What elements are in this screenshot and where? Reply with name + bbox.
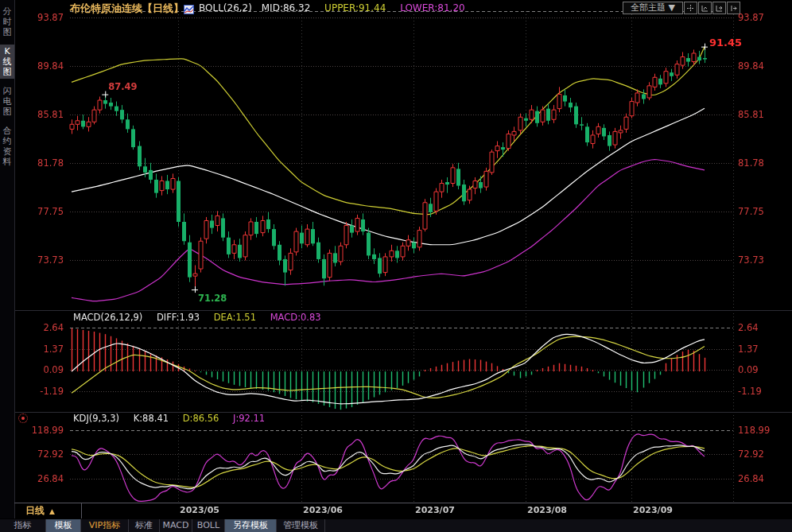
bottom-toolbar: 指标模板VIP指标标准MACDBOLL另存模板管理模板 (0, 519, 792, 532)
kdj-readout: KDJ(9,3,3) K:88.41 D:86.56 J:92.11 (73, 413, 276, 424)
kdj-j-value: J:92.11 (233, 413, 265, 424)
kline-chart-canvas[interactable] (0, 0, 792, 532)
kdj-settings-icon[interactable] (18, 414, 28, 423)
price-axis-label-right: 81.78 (738, 157, 779, 169)
boll-mid-value: MID:86.32 (262, 2, 311, 14)
price-axis-label-right: 77.75 (738, 206, 779, 217)
price-axis-label-right: 93.87 (738, 12, 779, 23)
macd-macd-value: MACD:0.83 (270, 312, 321, 323)
pane-shift-icon (730, 5, 737, 12)
boll-readout: BOLL(26,2) MID:86.32 UPPER:91.44 LOWER:8… (199, 2, 465, 14)
macd-axis-label-left: -1.19 (22, 386, 64, 397)
pane-layout-button[interactable] (698, 2, 712, 14)
price-axis-label-right: 73.73 (738, 254, 779, 266)
price-marker-high: 87.49 (108, 81, 137, 92)
kline-chart-app: 布伦特原油连续【日线】 BOLL(26,2) MID:86.32 UPPER:9… (0, 0, 792, 532)
kdj-k-value: K:88.41 (134, 413, 169, 424)
boll-param-label: BOLL(26,2) (199, 2, 252, 14)
macd-axis-label-right: 2.64 (738, 322, 779, 333)
x-axis-month-label: 2023/06 (303, 505, 343, 515)
macd-diff-value: DIFF:1.93 (157, 312, 200, 323)
price-axis-label-left: 77.75 (22, 206, 64, 217)
boll-upper-value: UPPER:91.44 (324, 2, 386, 14)
period-label: 日线 (25, 505, 45, 516)
kdj-axis-label-left: 72.92 (22, 449, 64, 460)
boll-lower-value: LOWER:81.20 (400, 2, 465, 14)
kdj-axis-label-right: 118.99 (738, 425, 779, 436)
macd-axis-label-left: 0.09 (22, 364, 64, 375)
sidebar-item-1[interactable]: 分时图 (0, 5, 14, 39)
sidebar-item-3[interactable]: 闪电图 (0, 84, 14, 118)
price-axis-label-left: 89.84 (22, 60, 64, 72)
price-marker-low: 71.28 (198, 293, 227, 304)
toolbar-tab-8[interactable]: 管理模板 (277, 519, 325, 532)
price-axis-label-right: 89.84 (738, 60, 779, 72)
toolbar-tab-3[interactable]: VIP指标 (81, 519, 129, 532)
period-arrow-icon: ▲ (49, 507, 55, 515)
kdj-axis-label-right: 72.92 (738, 449, 779, 460)
sidebar-item-4[interactable]: 合约资料 (0, 124, 14, 169)
price-axis-label-left: 93.87 (22, 12, 64, 23)
pane-layout-icon (701, 5, 709, 12)
toolbar-tab-1[interactable]: 指标 (0, 519, 46, 532)
x-axis-row: 日线▲ (14, 503, 792, 520)
macd-dea-value: DEA:1.51 (214, 312, 256, 323)
pane-expand-icon (716, 5, 723, 12)
toolbar-tab-2[interactable]: 模板 (46, 519, 81, 532)
pane-expand-button[interactable] (712, 2, 726, 14)
macd-param-label: MACD(26,12,9) (73, 312, 142, 323)
macd-axis-label-right: 0.09 (738, 364, 779, 375)
kdj-axis-label-left: 118.99 (22, 425, 64, 436)
theme-dropdown-button[interactable]: 全部主题 ▼ (623, 2, 683, 14)
kdj-d-value: D:86.56 (183, 413, 219, 424)
sidebar-item-2[interactable]: K线图 (0, 45, 14, 79)
x-axis-month-label: 2023/08 (527, 505, 567, 515)
macd-axis-label-right: -1.19 (738, 386, 779, 397)
toolbar-tab-7[interactable]: 另存模板 (225, 519, 277, 532)
mini-chart-icon (184, 2, 194, 17)
x-axis-month-label: 2023/05 (180, 505, 219, 515)
price-marker-last: 91.45 (709, 37, 742, 49)
period-selector[interactable]: 日线▲ (14, 503, 82, 518)
macd-axis-label-right: 1.37 (738, 344, 779, 355)
toolbar-tab-6[interactable]: BOLL (192, 519, 225, 532)
crosshair-icon (687, 5, 694, 12)
price-axis-label-left: 73.73 (22, 254, 64, 266)
macd-axis-label-left: 2.64 (22, 322, 64, 333)
macd-readout: MACD(26,12,9) DIFF:1.93 DEA:1.51 MACD:0.… (73, 312, 332, 323)
price-axis-label-right: 85.81 (738, 109, 779, 120)
x-axis-month-label: 2023/07 (415, 505, 455, 515)
macd-axis-label-left: 1.37 (22, 344, 64, 355)
instrument-title: 布伦特原油连续【日线】 (70, 2, 184, 16)
crosshair-tool-button[interactable] (684, 2, 697, 14)
toolbar-tab-4[interactable]: 标准 (129, 519, 160, 532)
kdj-axis-label-right: 26.84 (738, 473, 779, 484)
price-axis-label-left: 81.78 (22, 157, 64, 169)
price-axis-label-left: 85.81 (22, 109, 64, 120)
kdj-param-label: KDJ(9,3,3) (73, 413, 119, 424)
toolbar-tab-5[interactable]: MACD (160, 519, 192, 532)
kdj-axis-label-left: 26.84 (22, 473, 64, 484)
x-axis-month-label: 2023/09 (633, 505, 673, 515)
